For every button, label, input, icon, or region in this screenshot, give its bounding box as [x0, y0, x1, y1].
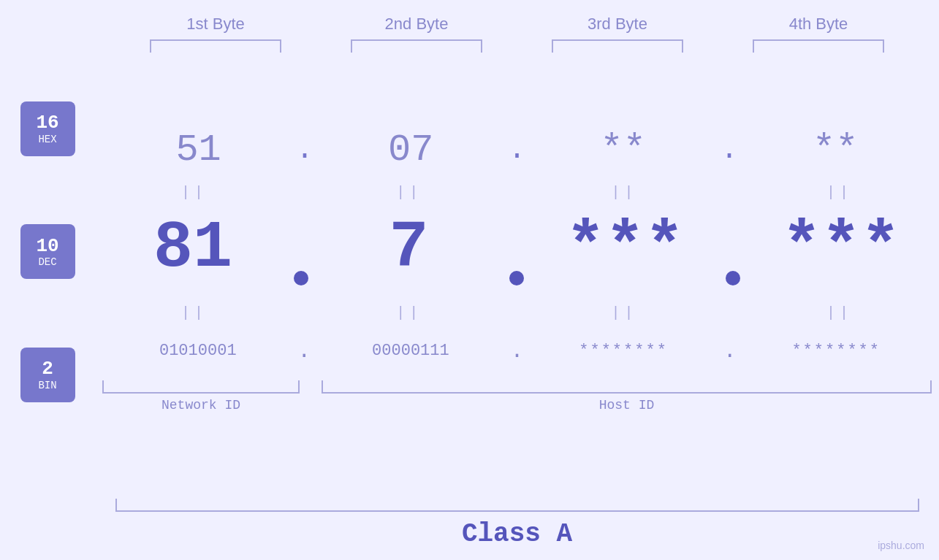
hex-b4: **	[813, 129, 858, 172]
hex-b2: 07	[388, 129, 433, 172]
dec-b4: ***	[782, 211, 900, 285]
dec-b1: 81	[153, 211, 232, 285]
hex-dot-2: .	[508, 136, 525, 165]
values-wrapper: 51 . 07 . ** . ** || ||	[95, 60, 939, 495]
hex-row: 51 . 07 . ** . **	[95, 121, 939, 180]
hex-badge-number: 16	[36, 112, 58, 134]
bin-dot-1: .	[297, 339, 311, 364]
bin-b4: ********	[791, 342, 881, 360]
top-bracket-row	[115, 39, 919, 53]
dec-dot-2	[509, 271, 524, 285]
hex-dot-3: .	[721, 136, 738, 165]
dec-badge: 10 DEC	[20, 224, 75, 279]
dec-badge-label: DEC	[38, 256, 56, 268]
watermark: ipshu.com	[878, 540, 924, 551]
bracket-top-1	[150, 39, 281, 53]
pipe-1: ||	[181, 184, 208, 201]
host-id-label: Host ID	[599, 398, 655, 413]
hex-b1: 51	[175, 129, 221, 172]
id-labels-row: Network ID Host ID	[95, 398, 939, 413]
col-header-3: 3rd Byte	[533, 15, 702, 34]
column-headers: 1st Byte 2nd Byte 3rd Byte 4th Byte	[115, 15, 919, 34]
bracket-top-3	[552, 39, 683, 53]
pipe-8: ||	[826, 304, 853, 321]
dec-dot-1	[294, 271, 308, 285]
col-header-2: 2nd Byte	[332, 15, 501, 34]
bin-badge: 2 BIN	[20, 348, 75, 402]
bin-b2: 00000111	[372, 342, 449, 360]
sep-row-2: || || || ||	[95, 300, 939, 326]
dec-b2: 7	[389, 211, 429, 285]
hex-b3: **	[601, 129, 646, 172]
bin-dot-2: .	[510, 339, 523, 364]
bracket-host	[322, 380, 932, 394]
bin-b1: 01010001	[159, 342, 237, 360]
bin-badge-number: 2	[42, 358, 53, 380]
pipe-3: ||	[612, 184, 638, 201]
class-area: Class A	[115, 499, 919, 549]
class-label: Class A	[462, 519, 572, 549]
dec-row: 81 7 *** ***	[95, 205, 939, 300]
bracket-class	[115, 499, 919, 512]
col-header-1: 1st Byte	[132, 15, 300, 34]
pipe-2: ||	[396, 184, 422, 201]
bracket-network	[102, 380, 300, 394]
network-id-label: Network ID	[161, 398, 240, 413]
col-header-4: 4th Byte	[734, 15, 902, 34]
pipe-5: ||	[181, 304, 208, 321]
hex-badge-label: HEX	[38, 134, 56, 145]
dec-dot-3	[726, 271, 740, 285]
dec-badge-number: 10	[36, 236, 58, 257]
main-container: 1st Byte 2nd Byte 3rd Byte 4th Byte 16 H…	[0, 0, 939, 560]
bin-b3: ********	[579, 342, 668, 360]
bracket-top-2	[351, 39, 482, 53]
sep-row-1: || || || ||	[95, 180, 939, 205]
hex-badge: 16 HEX	[20, 101, 75, 156]
bin-dot-3: .	[723, 339, 737, 364]
bin-badge-label: BIN	[38, 380, 56, 391]
hex-dot-1: .	[296, 136, 313, 165]
dec-b3: ***	[566, 211, 684, 285]
badges-column: 16 HEX 10 DEC 2 BIN	[0, 60, 95, 495]
bottom-bracket-area	[95, 380, 939, 394]
pipe-6: ||	[396, 304, 422, 321]
pipe-7: ||	[612, 304, 638, 321]
bracket-top-4	[753, 39, 884, 53]
pipe-4: ||	[826, 184, 853, 201]
bin-row: 01010001 . 00000111 . ******** . *******…	[95, 326, 939, 377]
